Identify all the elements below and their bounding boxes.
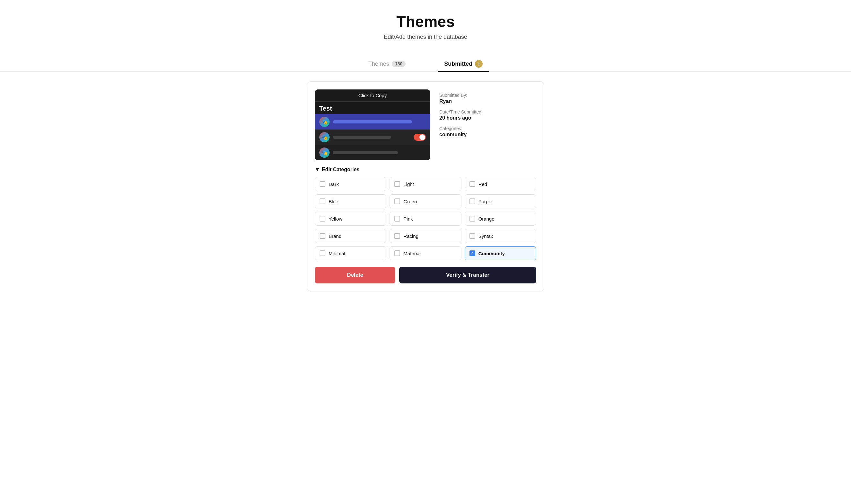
toggle-switch[interactable] [414, 134, 426, 141]
datetime-value: 20 hours ago [439, 115, 536, 121]
category-label-yellow: Yellow [329, 216, 342, 221]
category-item-material[interactable]: Material [389, 246, 461, 260]
progress-bar-1 [333, 120, 412, 123]
avatar-1: 🎭 [319, 117, 330, 127]
category-item-yellow[interactable]: Yellow [315, 212, 386, 226]
checkbox-syntax [469, 233, 475, 239]
category-label-blue: Blue [329, 199, 338, 204]
category-item-dark[interactable]: Dark [315, 177, 386, 191]
copy-bar[interactable]: Click to Copy [315, 89, 430, 102]
checkbox-purple [469, 198, 475, 204]
tab-submitted-label: Submitted [444, 60, 472, 67]
category-label-green: Green [403, 199, 417, 204]
preview-row-2: 🎭 [315, 129, 430, 145]
submitted-by-label: Submitted By: [439, 93, 536, 98]
preview-row-3: 🎭 [315, 145, 430, 160]
datetime-label: Date/Time Submitted: [439, 109, 536, 114]
submitted-by-value: Ryan [439, 98, 536, 104]
page-subtitle: Edit/Add themes in the database [6, 34, 845, 40]
delete-button[interactable]: Delete [315, 267, 395, 284]
category-label-red: Red [479, 181, 487, 187]
checkbox-orange [469, 216, 475, 221]
category-label-community: Community [479, 251, 505, 256]
chevron-down-icon: ▼ [315, 167, 320, 173]
category-label-dark: Dark [329, 181, 339, 187]
theme-preview[interactable]: Click to Copy Test 🎭 🎭 [315, 89, 430, 160]
category-label-material: Material [403, 251, 420, 256]
checkbox-blue [319, 198, 325, 204]
edit-categories-label: Edit Categories [322, 167, 359, 173]
category-item-minimal[interactable]: Minimal [315, 246, 386, 260]
categories-value: community [439, 132, 536, 138]
tab-themes-label: Themes [368, 60, 389, 67]
categories-label: Categories: [439, 126, 536, 131]
category-label-minimal: Minimal [329, 251, 345, 256]
card-top: Click to Copy Test 🎭 🎭 [315, 89, 536, 160]
tab-submitted-badge: 1 [475, 60, 483, 68]
categories-grid: DarkLightRedBlueGreenPurpleYellowPinkOra… [315, 177, 536, 260]
avatar-2: 🎭 [319, 132, 330, 142]
avatar-3: 🎭 [319, 147, 330, 158]
category-label-orange: Orange [479, 216, 494, 221]
checkbox-light [394, 181, 400, 187]
category-item-syntax[interactable]: Syntax [465, 229, 536, 243]
checkbox-material [394, 250, 400, 256]
checkbox-red [469, 181, 475, 187]
bar-container-1 [333, 120, 426, 123]
preview-row-1: 🎭 [315, 114, 430, 129]
tab-themes[interactable]: Themes 180 [362, 57, 412, 72]
verify-transfer-button[interactable]: Verify & Transfer [399, 267, 536, 284]
category-label-brand: Brand [329, 233, 342, 239]
checkbox-racing [394, 233, 400, 239]
page-header: Themes Edit/Add themes in the database [0, 0, 851, 47]
checkbox-yellow [319, 216, 325, 221]
category-item-light[interactable]: Light [389, 177, 461, 191]
category-label-purple: Purple [479, 199, 492, 204]
checkbox-community: ✓ [469, 250, 475, 256]
category-item-pink[interactable]: Pink [389, 212, 461, 226]
category-label-light: Light [403, 181, 414, 187]
theme-preview-column: Click to Copy Test 🎭 🎭 [315, 89, 430, 160]
page-title: Themes [6, 13, 845, 31]
category-label-racing: Racing [403, 233, 418, 239]
category-item-brand[interactable]: Brand [315, 229, 386, 243]
tab-themes-badge: 180 [392, 60, 405, 67]
tabs-container: Themes 180 Submitted 1 [0, 56, 851, 72]
category-item-red[interactable]: Red [465, 177, 536, 191]
action-buttons: Delete Verify & Transfer [315, 267, 536, 284]
category-item-orange[interactable]: Orange [465, 212, 536, 226]
theme-name: Test [315, 102, 430, 114]
checkbox-green [394, 198, 400, 204]
bar-container-2 [333, 136, 411, 139]
checkbox-dark [319, 181, 325, 187]
submitted-card: Click to Copy Test 🎭 🎭 [307, 82, 544, 291]
category-item-community[interactable]: ✓Community [465, 246, 536, 260]
edit-categories-header: ▼ Edit Categories [315, 167, 536, 173]
bar-container-3 [333, 151, 426, 154]
info-column: Submitted By: Ryan Date/Time Submitted: … [439, 89, 536, 160]
category-item-racing[interactable]: Racing [389, 229, 461, 243]
category-item-green[interactable]: Green [389, 194, 461, 209]
checkbox-brand [319, 233, 325, 239]
tab-submitted[interactable]: Submitted 1 [438, 57, 489, 72]
checkbox-minimal [319, 250, 325, 256]
category-item-purple[interactable]: Purple [465, 194, 536, 209]
category-item-blue[interactable]: Blue [315, 194, 386, 209]
progress-bar-3 [333, 151, 398, 154]
main-content: Click to Copy Test 🎭 🎭 [300, 82, 551, 291]
category-label-syntax: Syntax [479, 233, 493, 239]
progress-bar-2 [333, 136, 391, 139]
category-label-pink: Pink [403, 216, 413, 221]
checkbox-pink [394, 216, 400, 221]
